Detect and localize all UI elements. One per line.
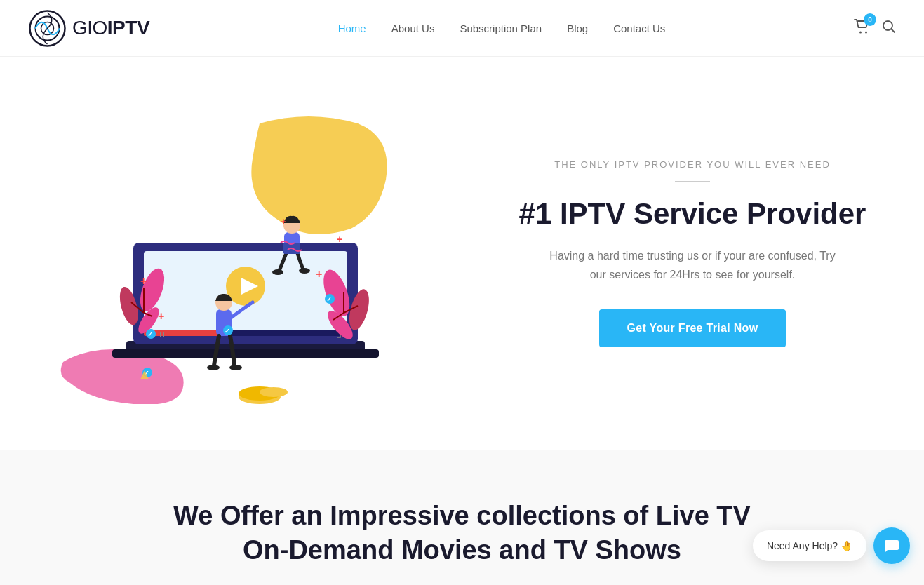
- header-actions: 0: [854, 19, 896, 37]
- hero-illustration: + + + + + ✓ ✓ ✓ ✓: [42, 102, 407, 404]
- nav-home[interactable]: Home: [338, 22, 366, 34]
- offer-description: You must be searching for a quality IPTV…: [56, 582, 868, 585]
- svg-text:+: +: [281, 216, 286, 227]
- hero-description: Having a hard time trusting us or if you…: [545, 246, 840, 284]
- svg-point-8: [260, 387, 288, 397]
- svg-point-27: [207, 365, 220, 370]
- offer-section: We Offer an Impressive collections of Li…: [0, 450, 924, 585]
- search-icon: [882, 20, 896, 34]
- svg-point-3: [859, 32, 862, 34]
- svg-point-4: [865, 32, 867, 34]
- nav-subscription[interactable]: Subscription Plan: [460, 22, 542, 34]
- hero-content: THE ONLY IPTV PROVIDER YOU WILL EVER NEE…: [475, 159, 868, 347]
- svg-text:+: +: [140, 275, 147, 287]
- svg-text:✓: ✓: [147, 331, 153, 338]
- svg-rect-16: [160, 332, 161, 337]
- nav-about[interactable]: About Us: [391, 22, 435, 34]
- svg-point-22: [272, 269, 283, 275]
- search-button[interactable]: [882, 20, 896, 36]
- svg-point-28: [229, 365, 242, 370]
- svg-text:✓: ✓: [225, 328, 230, 335]
- logo-text: GIOIPTV: [72, 17, 149, 39]
- chat-help-bubble: Need Any Help? 🤚: [753, 530, 866, 561]
- chat-widget: Need Any Help? 🤚: [753, 527, 910, 564]
- chat-icon: [883, 537, 900, 554]
- svg-text:✓: ✓: [326, 296, 332, 303]
- nav-contact[interactable]: Contact Us: [613, 22, 665, 34]
- svg-text:+: +: [316, 268, 322, 280]
- svg-rect-17: [163, 332, 164, 337]
- hero-title: #1 IPTV Service Provider: [519, 196, 866, 231]
- svg-rect-10: [112, 349, 379, 358]
- svg-text:+: +: [337, 234, 342, 245]
- logo-icon: [28, 9, 67, 48]
- hero-section: + + + + + ✓ ✓ ✓ ✓ THE ONLY IPTV PROVIDER…: [0, 57, 924, 450]
- main-nav: Home About Us Subscription Plan Blog Con…: [338, 22, 666, 34]
- header: GIOIPTV Home About Us Subscription Plan …: [0, 0, 924, 57]
- logo[interactable]: GIOIPTV: [28, 9, 149, 48]
- hero-divider: [675, 181, 710, 182]
- offer-title: We Offer an Impressive collections of Li…: [56, 499, 868, 568]
- cart-badge: 0: [864, 13, 876, 26]
- chat-open-button[interactable]: [873, 527, 910, 564]
- svg-text:+: +: [158, 310, 164, 322]
- cart-button[interactable]: 0: [854, 19, 871, 37]
- svg-rect-14: [144, 330, 228, 336]
- svg-point-23: [299, 268, 310, 274]
- hero-subtitle: THE ONLY IPTV PROVIDER YOU WILL EVER NEE…: [554, 159, 831, 170]
- free-trial-button[interactable]: Get Your Free Trial Now: [599, 309, 786, 347]
- nav-blog[interactable]: Blog: [567, 22, 588, 34]
